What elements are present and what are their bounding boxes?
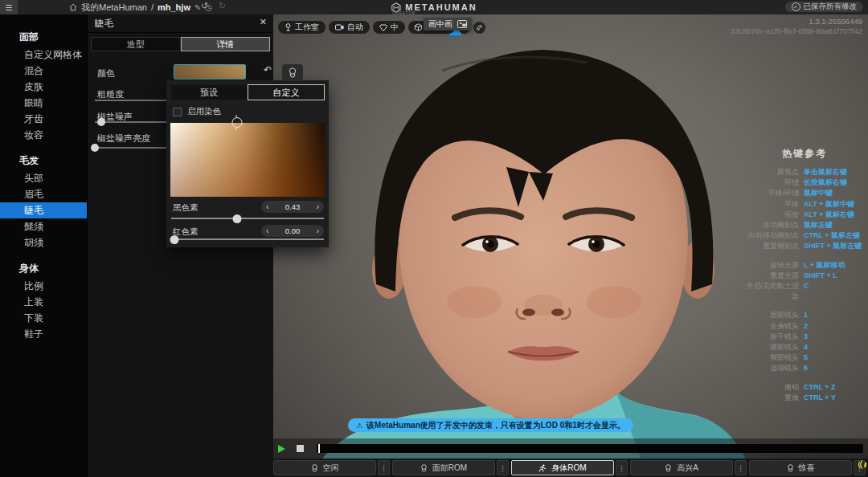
hotkey-row: 重做CTRL + Y [744, 393, 865, 403]
tab-details[interactable]: 详情 [181, 37, 271, 51]
slider-handle[interactable] [170, 235, 178, 244]
hotkey-row: 面部镜头1 [744, 310, 865, 320]
hotkey-label: 远端镜头 [744, 363, 799, 373]
sidebar-item[interactable]: 自定义网格体 [0, 47, 87, 63]
picker-tabs: 预设 自定义 [170, 84, 325, 100]
sidebar-item[interactable]: 妆容 [0, 127, 87, 143]
tab-presets[interactable]: 预设 [170, 84, 248, 100]
redo-button[interactable]: ↻ [219, 1, 226, 11]
sidebar-item[interactable]: 皮肤 [0, 79, 87, 95]
stop-button[interactable] [297, 445, 304, 452]
animation-chip-group: 惊喜⋮ [749, 460, 866, 475]
close-icon[interactable]: ✕ [260, 17, 267, 27]
saved-status-badge: ✓ 已保存所有修改 [785, 2, 864, 12]
sidebar-item[interactable]: 鞋子 [0, 326, 87, 342]
hotkey-label: 面部镜头 [744, 310, 799, 320]
slider-track[interactable] [171, 238, 324, 240]
picture-in-picture-icon [457, 20, 467, 28]
color-swatch[interactable] [174, 64, 246, 80]
project-name: mh_hjw [158, 2, 190, 12]
body-anim-icon [538, 464, 547, 472]
hotkey-value: 3 [804, 332, 865, 342]
lod-cube-icon [415, 23, 422, 31]
hamburger-menu-button[interactable]: ☰ [0, 0, 18, 14]
sidebar-item[interactable]: 眉毛 [0, 186, 87, 202]
hotkey-row: 开启/关闭黏土渲染C [744, 281, 865, 302]
notification-icon[interactable] [857, 459, 867, 475]
studio-lighting-button[interactable]: 工作室 [278, 21, 326, 34]
saved-status-label: 已保存所有修改 [804, 2, 858, 12]
redness-slider[interactable] [171, 234, 324, 244]
animation-chip[interactable]: 惊喜 [749, 460, 852, 475]
check-circle-icon: ✓ [792, 2, 800, 11]
slider-track[interactable] [171, 218, 324, 219]
hotkey-label: 重置雕刻点 [744, 241, 799, 251]
melanin-value[interactable]: 0.43 [285, 202, 301, 211]
breadcrumb: 我的MetaHuman / mh_hjw ✎ ◷ [69, 0, 212, 14]
timeline-track[interactable] [317, 444, 863, 453]
animation-chip-label: 高兴A [677, 463, 698, 474]
slider-handle[interactable] [97, 118, 105, 126]
sidebar-item[interactable]: 下装 [0, 310, 87, 326]
sidebar-item[interactable]: 头部 [0, 170, 87, 186]
home-icon[interactable] [69, 3, 77, 11]
hotkey-value: CTRL + Y [804, 393, 865, 403]
kebab-menu-button[interactable]: ⋮ [616, 460, 628, 475]
playhead[interactable] [318, 444, 320, 453]
tab-style[interactable]: 造型 [91, 37, 181, 51]
hotkey-label: 环绕 [744, 177, 799, 188]
panel-title: 睫毛 [88, 18, 113, 30]
kebab-menu-button[interactable]: ⋮ [735, 460, 747, 475]
chevron-right-icon[interactable]: › [317, 202, 319, 211]
hotkey-value: C [804, 281, 865, 292]
logo-text: METAHUMAN [405, 2, 477, 12]
undo-button[interactable]: ↺ [201, 1, 208, 11]
tab-custom[interactable]: 自定义 [248, 84, 325, 100]
hotkey-label: 腿部镜头 [744, 342, 799, 353]
sidebar-item[interactable]: 睫毛 [0, 202, 87, 218]
warning-text: 该MetaHuman使用了开发中的发束，只有设置为LOD 0和1时才会显示。 [366, 420, 625, 431]
slider-handle[interactable] [91, 144, 99, 152]
hotkey-value: SHIFT + 鼠标左键 [804, 241, 865, 251]
play-button[interactable] [278, 445, 285, 453]
animation-chip-group: 面部ROM⋮ [392, 460, 509, 475]
breadcrumb-path[interactable]: 我的MetaHuman [81, 2, 147, 14]
auto-camera-button[interactable]: 自动 [329, 21, 370, 34]
sidebar-item[interactable]: 胡须 [0, 234, 87, 251]
hotkey-value: 鼠标左键 [804, 220, 865, 230]
animation-chip[interactable]: 空闲 [273, 460, 376, 475]
animation-chip-group: 高兴A⋮ [630, 460, 747, 475]
animation-chip[interactable]: 高兴A [630, 460, 733, 475]
app-version: 1.3.1-25506449 [809, 17, 862, 26]
sidebar-item[interactable]: 上装 [0, 294, 87, 310]
head-preview-button[interactable] [282, 64, 303, 81]
viewport-3d[interactable]: 工作室 自动 中 LOD 0 画中画 [273, 14, 868, 477]
head-icon [288, 67, 297, 78]
sidebar-item[interactable]: 混合 [0, 63, 87, 79]
hotkey-value: CTRL + 鼠标左键 [804, 230, 865, 241]
animation-chip[interactable]: 面部ROM [392, 460, 495, 475]
hotkey-label: 开启/关闭黏土渲染 [744, 281, 799, 302]
animation-timeline: 空闲⋮面部ROM⋮身体ROM⋮高兴A⋮惊喜⋮ [271, 438, 868, 477]
groom-cards-button[interactable] [473, 22, 485, 34]
enable-dye-checkbox[interactable] [173, 108, 182, 116]
kebab-menu-button[interactable]: ⋮ [378, 460, 390, 475]
chevron-left-icon[interactable]: ‹ [266, 202, 268, 211]
slider-handle[interactable] [232, 214, 241, 223]
reset-color-icon[interactable]: ↶ [264, 64, 272, 75]
sidebar-item[interactable]: 牙齿 [0, 111, 87, 127]
color-gradient-field[interactable] [170, 123, 325, 197]
quality-label: 中 [391, 22, 399, 33]
kebab-menu-button[interactable]: ⋮ [497, 460, 509, 475]
sidebar-item[interactable]: 比例 [0, 278, 87, 294]
sidebar-item[interactable]: 髭须 [0, 218, 87, 234]
animation-chip[interactable]: 身体ROM [511, 460, 614, 475]
melanin-stepper: ‹ 0.43 › [261, 201, 324, 213]
hotkey-label: 撤销 [744, 382, 799, 393]
sidebar-item[interactable]: 眼睛 [0, 95, 87, 111]
color-picker-ring[interactable] [231, 117, 242, 128]
melanin-label: 黑色素 [173, 202, 199, 214]
melanin-slider[interactable] [171, 214, 324, 223]
hotkey-row: 腿部镜头4 [744, 342, 865, 353]
quality-button[interactable]: 中 [373, 21, 405, 34]
